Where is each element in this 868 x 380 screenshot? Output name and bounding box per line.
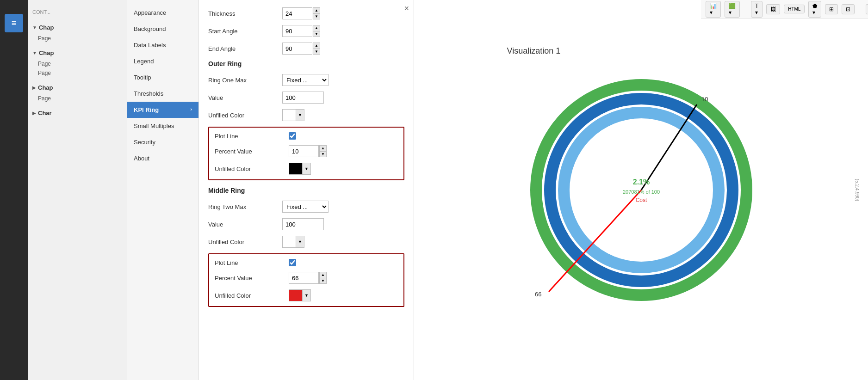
html-btn[interactable]: HTML [784,5,805,13]
close-button[interactable]: × [404,4,409,13]
chart-type-btn[interactable]: 📊 ▾ [706,1,721,18]
nav-item-smallmultiples[interactable]: Small Multiples [127,118,198,134]
outer-percent-spinner: ▲ ▼ [319,145,327,157]
nav-item-kpiring[interactable]: KPI Ring › [127,102,198,118]
ring-two-max-control: Fixed ... Dynamic [282,201,329,213]
chapter-2-page2[interactable]: Page [28,68,127,78]
chapter-4-row[interactable]: ▶ Char [28,107,127,119]
modal-container: × Appearance Background Data Labels Lege… [127,0,414,380]
outer-value-control [282,92,324,104]
middle-percent-input[interactable] [289,272,319,284]
chapter-3-label: Chap [38,84,53,91]
image-btn[interactable]: 🖼 [766,4,780,14]
outer-percent-label: Percent Value [215,148,289,155]
viz-title: Visualization 1 [507,46,775,56]
thickness-down[interactable]: ▼ [313,13,320,19]
middle-percent-down[interactable]: ▼ [319,278,327,284]
outer-unfilled2-control: ▼ [289,163,311,175]
middle-unfilled-color[interactable] [282,236,296,248]
outer-percent-input[interactable] [289,145,319,157]
outer-value-label: Value [208,94,282,101]
center-label: Cost [635,197,647,203]
chapter-3-row[interactable]: ▶ Chap [28,81,127,94]
middle-percent-up[interactable]: ▲ [319,272,327,278]
middle-unfilled2-dropdown[interactable]: ▼ [303,289,311,301]
ring-two-max-select[interactable]: Fixed ... Dynamic [282,201,329,213]
middle-unfilled-row: Unfilled Color ▼ [208,236,404,248]
outer-percent-down[interactable]: ▼ [319,151,327,157]
end-angle-spinner: ▲ ▼ [313,43,320,55]
text-btn[interactable]: T ▾ [751,1,763,18]
middle-unfilled2-label: Unfilled Color [215,292,289,299]
nav-item-legend[interactable]: Legend [127,53,198,69]
sidebar-icon[interactable]: ≡ [5,14,23,32]
thickness-control: ▲ ▼ [282,7,320,19]
start-angle-up[interactable]: ▲ [313,25,320,31]
end-angle-down[interactable]: ▼ [313,49,320,55]
middle-unfilled-dropdown[interactable]: ▼ [296,236,304,248]
chapter-2: ▼ Chap Page Page [28,45,127,80]
end-angle-input[interactable] [282,43,312,55]
chapter-3-arrow: ▶ [32,85,36,90]
thickness-input[interactable] [282,7,312,19]
middle-plotline-control [289,259,296,266]
ring-one-max-select[interactable]: Fixed ... Dynamic [282,74,329,86]
chapter-1-page[interactable]: Page [28,34,127,43]
ring-one-max-label: Ring One Max [208,77,282,84]
middle-unfilled2-color[interactable] [289,289,303,301]
chapter-4: ▶ Char [28,105,127,121]
middle-percent-control: ▲ ▼ [289,272,327,284]
chapter-1-label: Chap [39,24,54,31]
gauge-chart: 10 66 2.1% 207081% of 100 Cost [507,65,775,315]
chapter-1-row[interactable]: ▼ Chap [28,21,127,34]
shape-btn[interactable]: ⬟ ▾ [808,1,821,18]
middle-plotline-label: Plot Line [215,259,289,266]
end-angle-up[interactable]: ▲ [313,43,320,49]
settings-content: Thickness ▲ ▼ Start Angle ▲ ▼ [199,0,414,380]
middle-plotline-row: Plot Line [215,259,398,266]
chapter-1: ▼ Chap Page [28,19,127,45]
grid-btn[interactable]: ⊞ [825,4,838,14]
nav-item-appearance[interactable]: Appearance [127,5,198,21]
middle-plotline-checkbox[interactable] [289,259,296,266]
nav-item-tooltip[interactable]: Tooltip [127,69,198,86]
nav-item-background[interactable]: Background [127,21,198,37]
outer-plotline-label: Plot Line [215,133,289,140]
chapter-2-page1[interactable]: Page [28,59,127,68]
outer-value-input[interactable] [282,92,324,104]
start-angle-down[interactable]: ▼ [313,31,320,37]
chapter-4-arrow: ▶ [32,110,36,116]
color-theme-btn[interactable]: 🟩 ▾ [725,1,740,18]
nav-item-about[interactable]: About [127,150,198,166]
nav-item-datalabels[interactable]: Data Labels [127,37,198,53]
nav-item-security[interactable]: Security [127,134,198,150]
ring-two-max-label: Ring Two Max [208,203,282,210]
nav-cont-label[interactable]: CONT... [28,6,127,18]
chapter-2-row[interactable]: ▼ Chap [28,47,127,59]
outer-unfilled-dropdown[interactable]: ▼ [296,109,304,121]
outer-unfilled-label: Unfilled Color [208,112,282,119]
outer-unfilled-color[interactable] [282,109,296,121]
start-angle-label: Start Angle [208,28,282,35]
end-angle-control: ▲ ▼ [282,43,320,55]
thickness-up[interactable]: ▲ [313,7,320,13]
middle-value-row: Value [208,218,404,230]
start-angle-control: ▲ ▼ [282,25,320,37]
box-btn[interactable]: ⊡ [842,4,855,14]
nav-item-thresholds[interactable]: Thresholds [127,86,198,102]
chapter-3-page[interactable]: Page [28,94,127,103]
chapter-3: ▶ Chap Page [28,80,127,105]
outer-plotline-checkbox[interactable] [289,132,296,140]
middle-percent-spinner: ▲ ▼ [319,272,327,284]
nav-section-cont: CONT... [28,5,127,19]
start-angle-input[interactable] [282,25,312,37]
outer-plotline-control [289,132,296,140]
outer-percent-up[interactable]: ▲ [319,145,327,151]
outer-unfilled2-dropdown[interactable]: ▼ [303,163,311,175]
outer-percent-control: ▲ ▼ [289,145,327,157]
marker-10-label: 10 [701,96,708,103]
start-angle-spinner: ▲ ▼ [313,25,320,37]
middle-value-input[interactable] [282,218,324,230]
layout-btn[interactable]: ☐ [866,4,868,14]
outer-unfilled2-color[interactable] [289,163,303,175]
